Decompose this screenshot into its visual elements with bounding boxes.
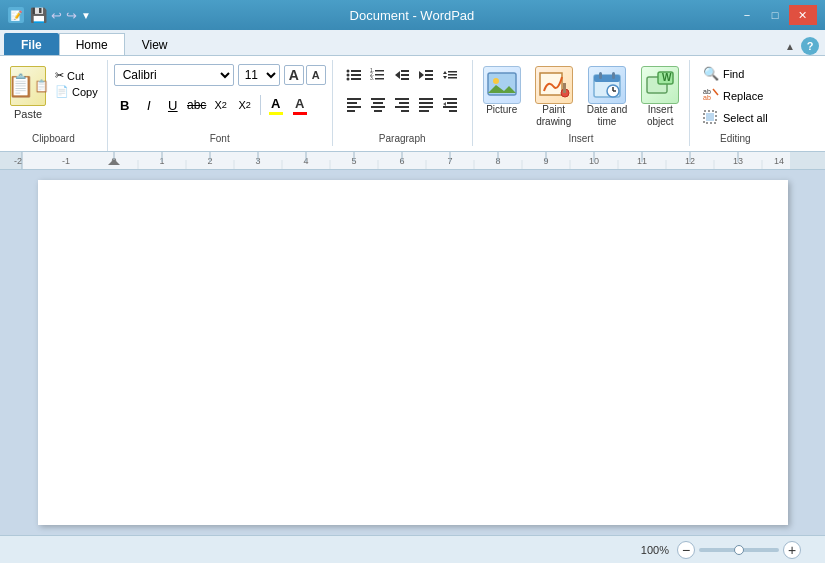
paint-button[interactable]: Paintdrawing <box>531 64 577 130</box>
align-right-button[interactable] <box>391 93 413 115</box>
find-button[interactable]: 🔍 Find <box>699 64 772 83</box>
svg-marker-45 <box>443 102 446 106</box>
ribbon-help-area: ▲ ? <box>785 37 819 55</box>
datetime-button[interactable]: Date andtime <box>583 64 632 130</box>
svg-text:3.: 3. <box>370 75 374 81</box>
font-color-bar <box>293 112 307 115</box>
svg-rect-9 <box>375 74 384 76</box>
subscript-button[interactable]: X2 <box>210 94 232 116</box>
tab-home[interactable]: Home <box>59 33 125 55</box>
font-group-label: Font <box>210 131 230 146</box>
superscript-button[interactable]: X2 <box>234 94 256 116</box>
bullets-button[interactable] <box>343 64 365 86</box>
tab-view[interactable]: View <box>125 33 185 55</box>
undo-icon[interactable]: ↩ <box>51 8 62 23</box>
svg-rect-41 <box>443 98 457 100</box>
redo-icon[interactable]: ↪ <box>66 8 77 23</box>
shrink-font-button[interactable]: A <box>306 65 326 85</box>
window-title: Document - WordPad <box>350 8 475 23</box>
status-bar: 100% − + <box>0 535 825 563</box>
align-left-button[interactable] <box>343 93 365 115</box>
insertobj-button[interactable]: W Insertobject <box>637 64 683 130</box>
ruler-content: -2 -1 0 1 2 3 4 5 6 7 8 9 10 11 12 13 14 <box>0 152 825 169</box>
clipboard-label: Clipboard <box>6 131 101 146</box>
font-color-letter: A <box>295 96 304 111</box>
svg-text:-2: -2 <box>14 156 22 166</box>
svg-point-2 <box>347 74 350 77</box>
paste-button[interactable]: 📋 Paste <box>6 64 50 122</box>
font-group: Calibri 11 A A B I U abc X2 X2 <box>108 60 333 146</box>
quick-access-dropdown[interactable]: ▼ <box>81 10 91 21</box>
svg-rect-67 <box>790 152 825 169</box>
svg-rect-29 <box>371 98 385 100</box>
paragraph-group-label: Paragraph <box>379 131 426 146</box>
increase-indent-button[interactable] <box>415 64 437 86</box>
ribbon-tab-bar: File Home View ▲ ? <box>0 30 825 56</box>
document-area[interactable] <box>0 170 825 535</box>
svg-rect-23 <box>448 74 457 76</box>
svg-point-4 <box>347 78 350 81</box>
svg-rect-39 <box>419 106 433 108</box>
maximize-button[interactable]: □ <box>761 5 789 25</box>
svg-rect-34 <box>399 102 409 104</box>
italic-button[interactable]: I <box>138 94 160 116</box>
decrease-indent-button[interactable] <box>391 64 413 86</box>
align-center-button[interactable] <box>367 93 389 115</box>
strikethrough-button[interactable]: abc <box>186 94 208 116</box>
find-label: Find <box>723 68 744 80</box>
svg-rect-5 <box>351 78 361 80</box>
font-color-button[interactable]: A <box>289 94 311 116</box>
paragraph-group: 1.2.3. <box>333 60 473 146</box>
minimize-ribbon-button[interactable]: ▲ <box>785 41 795 52</box>
strikethrough-label: abc <box>187 98 206 112</box>
help-button[interactable]: ? <box>801 37 819 55</box>
highlight-letter: A <box>271 96 280 111</box>
selectall-button[interactable]: Select all <box>699 108 772 128</box>
copy-button[interactable]: 📄 Copy <box>52 84 101 99</box>
font-size-select[interactable]: 11 <box>238 64 280 86</box>
insert-buttons: Picture Paintdrawing Date andtime <box>479 64 684 130</box>
doc-scroll-area[interactable] <box>0 170 825 535</box>
highlight-button[interactable]: A <box>265 94 287 116</box>
font-size-buttons: A A <box>284 65 326 85</box>
save-icon[interactable]: 💾 <box>30 7 47 23</box>
paragraph-row1: 1.2.3. <box>343 64 461 86</box>
zoom-level: 100% <box>641 544 669 556</box>
font-family-select[interactable]: Calibri <box>114 64 234 86</box>
svg-rect-37 <box>419 98 433 100</box>
numbering-button[interactable]: 1.2.3. <box>367 64 389 86</box>
paint-label: Paintdrawing <box>536 104 571 128</box>
title-bar-left: 📝 💾 ↩ ↪ ▼ <box>8 7 91 23</box>
paragraph-row2 <box>343 93 461 115</box>
justify-button[interactable] <box>415 93 437 115</box>
ruler: -2 -1 0 1 2 3 4 5 6 7 8 9 10 11 12 13 14 <box>0 152 825 170</box>
grow-font-button[interactable]: A <box>284 65 304 85</box>
svg-rect-40 <box>419 110 429 112</box>
ribbon: 📋 Paste ✂ Cut 📄 Copy Clipboa <box>0 56 825 152</box>
underline-button[interactable]: U <box>162 94 184 116</box>
tab-file[interactable]: File <box>4 33 59 55</box>
insert-group: Picture Paintdrawing Date andtime <box>473 60 691 146</box>
picture-icon <box>483 66 521 104</box>
replace-label: Replace <box>723 90 763 102</box>
svg-rect-24 <box>448 77 457 79</box>
line-spacing-button[interactable] <box>439 64 461 86</box>
close-button[interactable]: ✕ <box>789 5 817 25</box>
svg-marker-16 <box>419 71 424 79</box>
document-page[interactable] <box>38 180 788 525</box>
picture-button[interactable]: Picture <box>479 64 525 118</box>
bold-button[interactable]: B <box>114 94 136 116</box>
cut-button[interactable]: ✂ Cut <box>52 68 101 83</box>
datetime-icon <box>588 66 626 104</box>
minimize-button[interactable]: − <box>733 5 761 25</box>
svg-rect-14 <box>401 74 409 76</box>
zoom-out-button[interactable]: − <box>677 541 695 559</box>
zoom-in-button[interactable]: + <box>783 541 801 559</box>
replace-button[interactable]: abab Replace <box>699 85 772 106</box>
svg-rect-53 <box>599 72 602 79</box>
svg-text:-1: -1 <box>62 156 70 166</box>
svg-text:14: 14 <box>774 156 784 166</box>
zoom-slider[interactable] <box>699 548 779 552</box>
font-format-row: B I U abc X2 X2 A A <box>114 94 326 116</box>
rtl-button[interactable] <box>439 93 461 115</box>
